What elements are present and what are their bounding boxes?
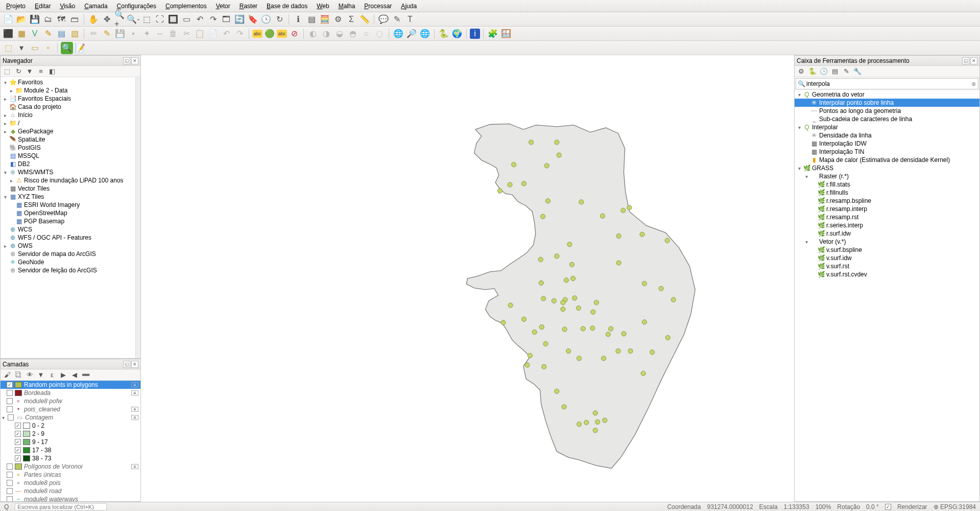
browser-item[interactable]: ⊕WFS / OGC API - Features	[1, 234, 135, 242]
layer-visibility-checkbox[interactable]	[15, 431, 21, 437]
layer-visibility-checkbox[interactable]	[7, 480, 13, 486]
adv-digitize-2[interactable]: ◑	[320, 28, 332, 40]
browser-item[interactable]: ▸◆GeoPackage	[1, 127, 135, 135]
menu-web[interactable]: Web	[313, 2, 333, 11]
layers-tree[interactable]: Random points in polygons≡Bordeada≡∘modu…	[1, 381, 140, 501]
processing-item[interactable]: ▾Vetor (v.*)	[795, 238, 979, 246]
label-diagram-button[interactable]: 🟢	[264, 28, 276, 40]
proc-model-icon[interactable]: ⚙	[797, 67, 806, 76]
menu-configurações[interactable]: Configurações	[113, 2, 160, 11]
layer-item[interactable]: ∘Partes únicas	[1, 471, 140, 479]
refresh-browser-icon[interactable]: ↻	[14, 67, 23, 76]
label-pin-button[interactable]: abc	[277, 30, 287, 38]
new-project-button[interactable]: 📄	[2, 13, 14, 26]
browser-item[interactable]: ▾⊕WMS/WMTS	[1, 168, 135, 176]
close-layers-button[interactable]: ✕	[131, 361, 138, 368]
layer-item[interactable]: 2 - 9	[1, 430, 140, 438]
processing-item[interactable]: 🌿r.fill.stats	[795, 180, 979, 189]
layer-add-raster-button[interactable]: ▦	[15, 28, 28, 40]
plugin-button-2[interactable]: 🪟	[500, 28, 512, 40]
processing-item[interactable]: 🌿v.surf.rst	[795, 262, 979, 270]
layer-item[interactable]: Bordeada≡	[1, 389, 140, 397]
open-project-button[interactable]: 📂	[15, 13, 28, 26]
zoom-in-button[interactable]: 🔍+	[114, 13, 126, 26]
adv-digitize-3[interactable]: ◒	[333, 28, 346, 40]
adv-digitize-1[interactable]: ◐	[307, 28, 319, 40]
expand-all-icon[interactable]: ▶	[59, 370, 68, 380]
close-panel-button[interactable]: ✕	[131, 57, 138, 64]
processing-item[interactable]: ⋯Pontos ao longo da geometria	[795, 107, 979, 115]
visibility-icon[interactable]: 👁	[25, 370, 34, 380]
filter-browser-icon[interactable]: ▼	[25, 67, 34, 76]
processing-item[interactable]: 🌿r.resamp.bspline	[795, 197, 979, 205]
layer-visibility-checkbox[interactable]	[7, 472, 13, 478]
layer-item[interactable]: —module8 road	[1, 487, 140, 495]
processing-tree[interactable]: ▾QGeometria do vetor✳Interpolar ponto so…	[795, 90, 979, 501]
plugin-button-1[interactable]: 🧩	[487, 28, 499, 40]
mag-value[interactable]: 100%	[816, 503, 831, 510]
layer-visibility-checkbox[interactable]	[7, 382, 13, 388]
adv-digitize-6[interactable]: ◌	[373, 28, 386, 40]
browser-item[interactable]: ▾▦XYZ Tiles	[1, 193, 135, 201]
processing-item[interactable]: ✳Densidade da linha	[795, 131, 979, 140]
layer-visibility-checkbox[interactable]	[7, 463, 13, 470]
proc-script-icon[interactable]: 🐍	[808, 67, 817, 76]
adv-digitize-5[interactable]: ○	[360, 28, 372, 40]
layer-style-button[interactable]: ▤	[55, 28, 67, 40]
processing-item[interactable]: ▦Interpolação IDW	[795, 140, 979, 148]
processing-item[interactable]: 🌿v.surf.idw	[795, 254, 979, 262]
zoom-out-button[interactable]: 🔍-	[127, 13, 139, 26]
scale-value[interactable]: 1:133353	[784, 503, 809, 510]
menu-complementos[interactable]: Complementos	[161, 2, 211, 11]
undo-button[interactable]: ↶	[220, 28, 232, 40]
layer-item[interactable]: 17 - 38	[1, 446, 140, 454]
processing-item[interactable]: 🌿r.resamp.interp	[795, 205, 979, 213]
browser-scrollbar[interactable]	[135, 77, 140, 358]
web-search-button[interactable]: 🔎	[405, 28, 418, 40]
layer-item[interactable]: ∘module8 pois	[1, 479, 140, 487]
paste-button[interactable]: 📄	[207, 28, 219, 40]
remove-layer-icon[interactable]: ➖	[81, 370, 90, 380]
label-button[interactable]: abc	[252, 30, 262, 38]
browser-item[interactable]: ▦ESRI World Imagery	[1, 201, 135, 209]
rot-value[interactable]: 0.0 °	[866, 503, 879, 510]
menu-ajuda[interactable]: Ajuda	[397, 2, 421, 11]
dock-layers-button[interactable]: ◱	[123, 361, 130, 368]
layer-visibility-checkbox[interactable]	[7, 398, 13, 404]
zoom-next-button[interactable]: ↷	[207, 13, 219, 26]
browser-item[interactable]: 🪶SpatiaLite	[1, 135, 135, 144]
browser-item[interactable]: ▸⊕OWS	[1, 242, 135, 250]
form-view-button[interactable]: 📝	[74, 42, 86, 54]
add-feature-button[interactable]: •	[127, 28, 139, 40]
browser-item[interactable]: ⊕Servidor de mapa do ArcGIS	[1, 250, 135, 258]
maptips-button[interactable]: 💬	[377, 13, 390, 26]
menu-editar[interactable]: Editar	[31, 2, 55, 11]
processing-item[interactable]: ▾QInterpolar	[795, 123, 979, 131]
processing-item[interactable]: ⎯Sub-cadeia de caracteres de linha	[795, 115, 979, 123]
browser-item[interactable]: ▾⭐Favoritos	[1, 78, 135, 86]
edit-current-button[interactable]: ✎	[101, 28, 113, 40]
menu-visão[interactable]: Visão	[56, 2, 79, 11]
redo-button[interactable]: ↷	[233, 28, 246, 40]
menu-camada[interactable]: Camada	[80, 2, 111, 11]
select-features-button[interactable]: ⬚	[2, 42, 14, 54]
layer-item[interactable]: Random points in polygons≡	[1, 381, 140, 389]
copy-button[interactable]: 📋	[194, 28, 206, 40]
cut-button[interactable]: ✂	[180, 28, 193, 40]
menu-malha[interactable]: Malha	[334, 2, 360, 11]
layer-visibility-checkbox[interactable]	[15, 423, 21, 429]
menu-processar[interactable]: Processar	[360, 2, 396, 11]
adv-digitize-4[interactable]: ◓	[347, 28, 359, 40]
deselect-button[interactable]: ▫	[42, 42, 54, 54]
processing-item[interactable]: ▾Raster (r.*)	[795, 172, 979, 180]
processing-search-input[interactable]	[806, 79, 969, 89]
layer-item[interactable]: Polígonos de Voronoi≡	[1, 462, 140, 471]
menu-base de dados[interactable]: Base de dados	[262, 2, 312, 11]
processing-item[interactable]: ▦Interpolação TIN	[795, 148, 979, 156]
browser-item[interactable]: ▸⚠Risco de inundação LiPAD 100 anos	[1, 176, 135, 184]
processing-item[interactable]: 🌿r.fillnulls	[795, 189, 979, 197]
browser-item[interactable]: ▤MSSQL	[1, 152, 135, 160]
browser-item[interactable]: ▸📁/	[1, 119, 135, 127]
layer-item[interactable]: ▾▭Contagem≡	[1, 413, 140, 422]
layer-visibility-checkbox[interactable]	[7, 390, 13, 396]
